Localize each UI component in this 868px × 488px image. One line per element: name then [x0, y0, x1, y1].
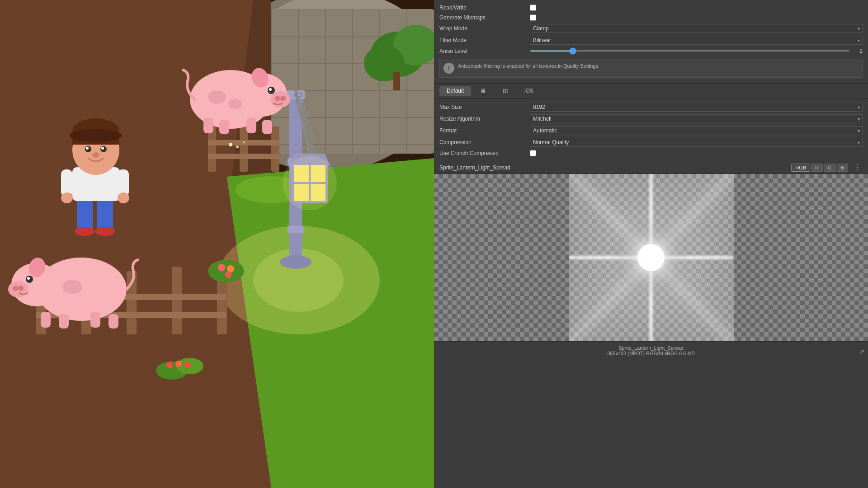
- svg-point-125: [637, 244, 665, 271]
- basic-properties-section: Read/Write Generate Mipmaps Wrap Mode Cl…: [434, 0, 868, 84]
- tab-default[interactable]: Default: [439, 86, 471, 96]
- crunch-checkbox[interactable]: [530, 150, 536, 156]
- monitor-icon: 🖥: [480, 87, 486, 94]
- android-icon: ⊞: [503, 87, 508, 94]
- svg-point-64: [227, 265, 234, 272]
- generate-mipmaps-value: [530, 14, 863, 21]
- wrap-mode-label: Wrap Mode: [439, 25, 530, 32]
- max-size-row: Max Size 32 64 128 256 512 1024 2048 409…: [439, 101, 863, 113]
- format-value: Automatic RGBA 32 bit RGBA 16 bit: [530, 126, 863, 135]
- game-scene: [0, 0, 434, 488]
- svg-point-69: [275, 96, 280, 101]
- max-size-label: Max Size: [439, 104, 530, 110]
- svg-rect-85: [61, 169, 72, 197]
- more-options-btn[interactable]: ⋮: [852, 163, 863, 172]
- channel-b-btn[interactable]: B: [837, 164, 848, 172]
- tab-ios-label: iOS: [524, 88, 533, 94]
- resize-algorithm-select[interactable]: Mitchell Bilinear: [530, 114, 863, 123]
- read-write-label: Read/Write: [439, 5, 530, 11]
- channel-buttons: RGB R G B: [791, 164, 848, 172]
- game-view: [0, 0, 434, 488]
- svg-point-116: [184, 362, 191, 368]
- svg-rect-79: [262, 120, 272, 134]
- game-scene-svg: [0, 0, 434, 488]
- aniso-slider-container: 2: [530, 48, 863, 54]
- svg-rect-33: [271, 127, 279, 172]
- generate-mipmaps-checkbox[interactable]: [530, 14, 536, 21]
- svg-rect-61: [393, 72, 400, 90]
- svg-rect-78: [246, 117, 256, 133]
- warning-icon: !: [443, 63, 454, 74]
- max-size-select[interactable]: 32 64 128 256 512 1024 2048 4096 8192: [530, 103, 863, 112]
- svg-point-74: [208, 90, 226, 104]
- resize-algorithm-value: Mitchell Bilinear: [530, 114, 863, 123]
- resize-algorithm-label: Resize Algorithm: [439, 116, 530, 122]
- svg-point-102: [13, 286, 18, 291]
- svg-point-62: [208, 260, 244, 282]
- aniso-level-row: Aniso Level 2: [439, 46, 863, 56]
- wrap-mode-row: Wrap Mode Clamp Repeat Mirror: [439, 23, 863, 34]
- channel-rgb-btn[interactable]: RGB: [791, 164, 810, 172]
- svg-rect-81: [97, 199, 113, 230]
- svg-point-82: [75, 227, 94, 236]
- svg-rect-86: [118, 169, 129, 197]
- texture-preview-header: Sprite_Lantern_Light_Spread RGB R G B ⋮: [434, 161, 868, 174]
- tab-standalone[interactable]: 🖥: [473, 85, 494, 96]
- svg-rect-109: [59, 314, 69, 328]
- inspector-panel: Read/Write Generate Mipmaps Wrap Mode Cl…: [434, 0, 868, 488]
- compression-value: None Low Quality Normal Quality High Qua…: [530, 138, 863, 147]
- texture-footer: Sprite_Lantern_Light_Spread 365x403 (NPO…: [434, 341, 868, 360]
- filter-mode-select[interactable]: Point Bilinear Trilinear: [530, 36, 863, 45]
- aniso-level-value: 2: [530, 48, 863, 54]
- generate-mipmaps-row: Generate Mipmaps: [439, 13, 863, 23]
- svg-point-57: [283, 156, 337, 210]
- compression-select[interactable]: None Low Quality Normal Quality High Qua…: [530, 138, 863, 147]
- filter-mode-label: Filter Mode: [439, 37, 530, 43]
- format-select[interactable]: Automatic RGBA 32 bit RGBA 16 bit: [530, 126, 863, 135]
- max-size-value: 32 64 128 256 512 1024 2048 4096 8192: [530, 103, 863, 112]
- svg-point-40: [280, 255, 311, 269]
- svg-point-107: [62, 280, 82, 294]
- wrap-mode-select[interactable]: Clamp Repeat Mirror: [530, 24, 863, 33]
- svg-rect-108: [41, 312, 51, 328]
- svg-point-68: [270, 91, 290, 108]
- texture-filename: Sprite_Lantern_Light_Spread: [438, 345, 864, 351]
- aniso-level-number: 2: [854, 48, 863, 54]
- read-write-value: [530, 5, 863, 11]
- texture-container: [434, 174, 868, 341]
- tab-default-label: Default: [447, 88, 464, 94]
- channel-r-btn[interactable]: R: [811, 164, 823, 172]
- svg-point-103: [18, 286, 24, 291]
- read-write-checkbox[interactable]: [530, 5, 536, 11]
- corner-arrow-icon: ↗: [859, 347, 864, 356]
- texture-format-value: RGBA8 sRGB: [646, 351, 678, 356]
- crunch-value: [530, 150, 863, 156]
- svg-point-105: [27, 277, 30, 280]
- compression-label: Compression: [439, 139, 530, 145]
- svg-point-72: [269, 88, 272, 91]
- aniso-level-slider[interactable]: [530, 50, 850, 52]
- svg-rect-39: [288, 226, 304, 233]
- svg-point-98: [92, 152, 99, 158]
- crunch-row: Use Crunch Compressio: [439, 148, 863, 158]
- aniso-level-label: Aniso Level: [439, 48, 530, 54]
- compression-row: Compression None Low Quality Normal Qual…: [439, 136, 863, 148]
- tab-android[interactable]: ⊞: [495, 85, 515, 96]
- svg-point-118: [236, 145, 239, 148]
- channel-g-btn[interactable]: G: [824, 164, 836, 172]
- texture-svg: [569, 174, 734, 341]
- svg-rect-111: [108, 314, 118, 328]
- svg-point-114: [166, 362, 173, 368]
- wrap-mode-value: Clamp Repeat Mirror: [530, 24, 863, 33]
- svg-point-93: [70, 129, 122, 142]
- svg-point-119: [243, 141, 245, 143]
- svg-point-63: [218, 264, 225, 271]
- svg-rect-80: [77, 199, 93, 230]
- format-row: Format Automatic RGBA 32 bit RGBA 16 bit: [439, 125, 863, 136]
- platform-settings-section: Max Size 32 64 128 256 512 1024 2048 409…: [434, 99, 868, 161]
- svg-rect-35: [208, 154, 279, 159]
- warning-text: Anisotropic filtering is enabled for all…: [458, 63, 599, 70]
- svg-point-87: [61, 192, 73, 203]
- texture-size: 0.6 MB: [679, 351, 695, 356]
- tab-ios[interactable]: iOS: [517, 86, 541, 96]
